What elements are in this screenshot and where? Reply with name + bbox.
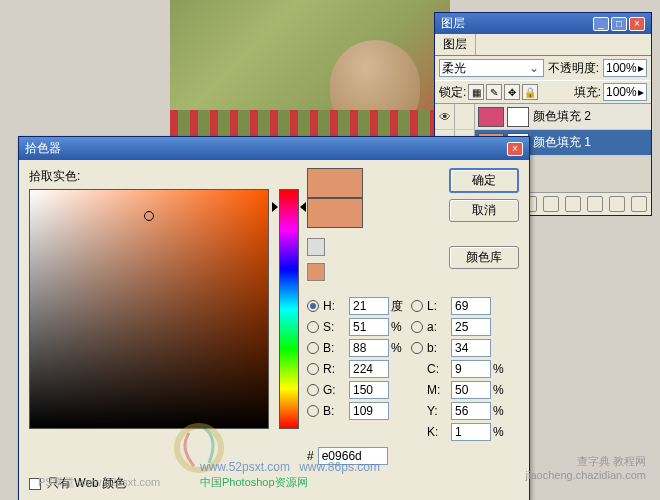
layer-mask[interactable]	[507, 107, 529, 127]
layer-thumbnail[interactable]	[478, 107, 504, 127]
radio-g[interactable]	[307, 384, 319, 396]
eye-icon[interactable]: 👁	[435, 104, 455, 129]
adjustment-icon[interactable]	[565, 196, 581, 212]
blend-mode-select[interactable]: 柔光 ⌄	[439, 59, 544, 77]
folder-icon[interactable]	[587, 196, 603, 212]
layer-row[interactable]: 👁 颜色填充 2	[435, 104, 651, 130]
new-layer-icon[interactable]	[609, 196, 625, 212]
lock-brush-icon[interactable]: ✎	[486, 84, 502, 100]
s-input[interactable]	[349, 318, 389, 336]
link-cell[interactable]	[455, 104, 475, 129]
chevron-right-icon: ▸	[638, 61, 644, 75]
blue-input[interactable]	[349, 402, 389, 420]
cancel-button[interactable]: 取消	[449, 199, 519, 222]
opacity-input[interactable]: 100%▸	[603, 59, 647, 77]
trash-icon[interactable]	[631, 196, 647, 212]
dialog-title: 拾色器	[25, 140, 61, 157]
radio-l[interactable]	[411, 300, 423, 312]
palette-tabs: 图层	[435, 34, 651, 56]
chevron-down-icon: ⌄	[527, 61, 541, 75]
layer-name: 颜色填充 1	[533, 134, 591, 151]
color-preview	[307, 168, 363, 228]
lock-transparent-icon[interactable]: ▦	[468, 84, 484, 100]
radio-blue[interactable]	[307, 405, 319, 417]
fill-label: 填充:	[574, 84, 601, 101]
web-only-checkbox[interactable]	[29, 478, 41, 490]
saturation-value-field[interactable]	[29, 189, 269, 429]
color-picker-dialog: 拾色器 × 拾取实色:	[18, 136, 530, 500]
minimize-icon[interactable]: _	[593, 17, 609, 31]
palette-title: 图层	[441, 15, 465, 32]
lock-move-icon[interactable]: ✥	[504, 84, 520, 100]
radio-a[interactable]	[411, 321, 423, 333]
lock-all-icon[interactable]: 🔒	[522, 84, 538, 100]
r-input[interactable]	[349, 360, 389, 378]
blend-mode-value: 柔光	[442, 60, 466, 77]
lock-label: 锁定:	[439, 84, 466, 101]
radio-h[interactable]	[307, 300, 319, 312]
tab-layers[interactable]: 图层	[435, 34, 476, 55]
new-color-swatch[interactable]	[307, 168, 363, 198]
pick-label: 拾取实色:	[29, 168, 299, 185]
radio-b[interactable]	[307, 342, 319, 354]
opacity-label: 不透明度:	[548, 60, 599, 77]
color-libraries-button[interactable]: 颜色库	[449, 246, 519, 269]
fill-input[interactable]: 100%▸	[603, 83, 647, 101]
a-input[interactable]	[451, 318, 491, 336]
radio-lab-b[interactable]	[411, 342, 423, 354]
hex-label: #	[307, 449, 314, 463]
radio-s[interactable]	[307, 321, 319, 333]
y-input[interactable]	[451, 402, 491, 420]
close-icon[interactable]: ×	[507, 142, 523, 156]
watermark: 查字典 教程网 jiaocheng.chazidian.com	[526, 454, 646, 482]
hue-slider[interactable]	[279, 189, 299, 429]
brush-decoration	[169, 418, 229, 478]
mask-icon[interactable]	[543, 196, 559, 212]
current-color-swatch[interactable]	[307, 198, 363, 228]
hex-input[interactable]	[318, 447, 388, 465]
labb-input[interactable]	[451, 339, 491, 357]
ok-button[interactable]: 确定	[449, 168, 519, 193]
c-input[interactable]	[451, 360, 491, 378]
sv-marker[interactable]	[144, 211, 154, 221]
layer-name: 颜色填充 2	[533, 108, 591, 125]
radio-r[interactable]	[307, 363, 319, 375]
chevron-right-icon: ▸	[638, 85, 644, 99]
bright-input[interactable]	[349, 339, 389, 357]
dialog-titlebar[interactable]: 拾色器 ×	[19, 137, 529, 160]
h-input[interactable]	[349, 297, 389, 315]
palette-buttons: _ □ ×	[593, 17, 645, 31]
close-icon[interactable]: ×	[629, 17, 645, 31]
k-input[interactable]	[451, 423, 491, 441]
gamut-warning-icon[interactable]	[307, 238, 325, 256]
web-only-label: 只有 Web 颜色	[47, 475, 126, 492]
maximize-icon[interactable]: □	[611, 17, 627, 31]
document-canvas	[170, 0, 450, 150]
m-input[interactable]	[451, 381, 491, 399]
l-input[interactable]	[451, 297, 491, 315]
palette-titlebar[interactable]: 图层 _ □ ×	[435, 13, 651, 34]
websafe-swatch[interactable]	[307, 263, 325, 281]
g-input[interactable]	[349, 381, 389, 399]
